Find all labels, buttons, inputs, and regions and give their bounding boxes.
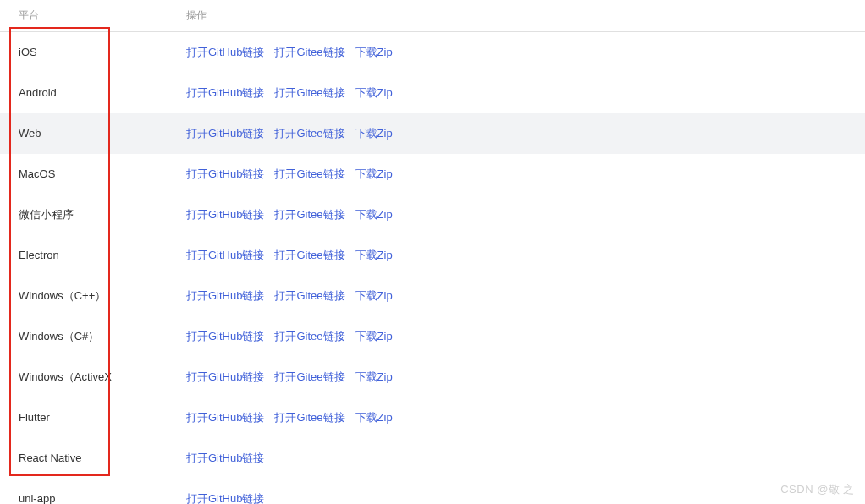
platform-cell: Electron (0, 249, 186, 261)
zip-link[interactable]: 下载Zip (355, 207, 393, 222)
github-link[interactable]: 打开GitHub链接 (186, 126, 264, 141)
action-cell: 打开GitHub链接打开Gitee链接下载Zip (186, 45, 865, 60)
platform-cell: React Native (0, 452, 186, 464)
action-cell: 打开GitHub链接打开Gitee链接下载Zip (186, 85, 865, 101)
platform-cell: uni-app (0, 492, 186, 504)
table-row: Web打开GitHub链接打开Gitee链接下载Zip (0, 113, 865, 154)
zip-link[interactable]: 下载Zip (355, 329, 393, 344)
platform-cell: Windows（C++） (0, 288, 186, 304)
action-cell: 打开GitHub链接打开Gitee链接下载Zip (186, 207, 865, 222)
zip-link[interactable]: 下载Zip (355, 410, 393, 425)
header-action: 操作 (186, 0, 865, 31)
action-cell: 打开GitHub链接打开Gitee链接下载Zip (186, 329, 865, 344)
table-row: Windows（C++）打开GitHub链接打开Gitee链接下载Zip (0, 276, 865, 316)
github-link[interactable]: 打开GitHub链接 (186, 329, 264, 344)
github-link[interactable]: 打开GitHub链接 (186, 207, 264, 222)
table-header: 平台 操作 (0, 0, 865, 32)
platform-cell: MacOS (0, 167, 186, 180)
zip-link[interactable]: 下载Zip (355, 167, 393, 182)
github-link[interactable]: 打开GitHub链接 (186, 167, 264, 182)
platform-cell: Windows（C#） (0, 329, 186, 344)
zip-link[interactable]: 下载Zip (355, 288, 393, 304)
gitee-link[interactable]: 打开Gitee链接 (274, 370, 344, 385)
gitee-link[interactable]: 打开Gitee链接 (274, 288, 344, 304)
zip-link[interactable]: 下载Zip (355, 248, 393, 263)
table-row: 微信小程序打开GitHub链接打开Gitee链接下载Zip (0, 194, 865, 235)
action-cell: 打开GitHub链接打开Gitee链接下载Zip (186, 410, 865, 425)
gitee-link[interactable]: 打开Gitee链接 (274, 207, 344, 222)
header-platform: 平台 (0, 0, 186, 31)
gitee-link[interactable]: 打开Gitee链接 (274, 45, 344, 60)
github-link[interactable]: 打开GitHub链接 (186, 45, 264, 60)
gitee-link[interactable]: 打开Gitee链接 (274, 329, 344, 344)
table-row: Flutter打开GitHub链接打开Gitee链接下载Zip (0, 397, 865, 438)
platform-cell: Web (0, 127, 186, 140)
action-cell: 打开GitHub链接打开Gitee链接下载Zip (186, 248, 865, 263)
table-row: uni-app打开GitHub链接 (0, 479, 865, 504)
action-cell: 打开GitHub链接 (186, 451, 865, 466)
action-cell: 打开GitHub链接打开Gitee链接下载Zip (186, 288, 865, 304)
table-row: Android打开GitHub链接打开Gitee链接下载Zip (0, 73, 865, 113)
github-link[interactable]: 打开GitHub链接 (186, 370, 264, 385)
github-link[interactable]: 打开GitHub链接 (186, 288, 264, 304)
table-row: MacOS打开GitHub链接打开Gitee链接下载Zip (0, 154, 865, 194)
action-cell: 打开GitHub链接打开Gitee链接下载Zip (186, 167, 865, 182)
action-cell: 打开GitHub链接 (186, 491, 865, 505)
zip-link[interactable]: 下载Zip (355, 45, 393, 60)
github-link[interactable]: 打开GitHub链接 (186, 491, 264, 505)
github-link[interactable]: 打开GitHub链接 (186, 248, 264, 263)
zip-link[interactable]: 下载Zip (355, 126, 393, 141)
platform-cell: iOS (0, 46, 186, 58)
gitee-link[interactable]: 打开Gitee链接 (274, 410, 344, 425)
zip-link[interactable]: 下载Zip (355, 85, 393, 101)
gitee-link[interactable]: 打开Gitee链接 (274, 126, 344, 141)
platform-cell: Flutter (0, 411, 186, 424)
gitee-link[interactable]: 打开Gitee链接 (274, 167, 344, 182)
table-row: Electron打开GitHub链接打开Gitee链接下载Zip (0, 235, 865, 276)
zip-link[interactable]: 下载Zip (355, 370, 393, 385)
table-row: iOS打开GitHub链接打开Gitee链接下载Zip (0, 32, 865, 73)
gitee-link[interactable]: 打开Gitee链接 (274, 248, 344, 263)
platform-table: 平台 操作 iOS打开GitHub链接打开Gitee链接下载ZipAndroid… (0, 0, 865, 504)
table-row: Windows（C#）打开GitHub链接打开Gitee链接下载Zip (0, 316, 865, 357)
github-link[interactable]: 打开GitHub链接 (186, 451, 264, 466)
action-cell: 打开GitHub链接打开Gitee链接下载Zip (186, 126, 865, 141)
watermark: CSDN @敬 之 (780, 482, 855, 497)
platform-cell: 微信小程序 (0, 207, 186, 222)
table-body: iOS打开GitHub链接打开Gitee链接下载ZipAndroid打开GitH… (0, 32, 865, 504)
platform-cell: Windows（ActiveX (0, 370, 186, 385)
github-link[interactable]: 打开GitHub链接 (186, 85, 264, 101)
action-cell: 打开GitHub链接打开Gitee链接下载Zip (186, 370, 865, 385)
github-link[interactable]: 打开GitHub链接 (186, 410, 264, 425)
table-row: Windows（ActiveX打开GitHub链接打开Gitee链接下载Zip (0, 357, 865, 397)
gitee-link[interactable]: 打开Gitee链接 (274, 85, 344, 101)
platform-cell: Android (0, 86, 186, 99)
table-row: React Native打开GitHub链接 (0, 438, 865, 479)
